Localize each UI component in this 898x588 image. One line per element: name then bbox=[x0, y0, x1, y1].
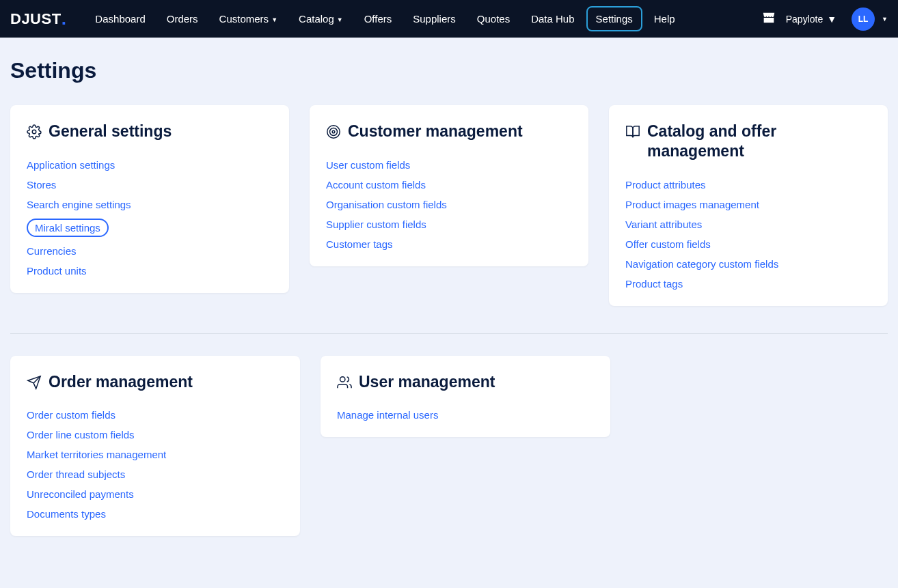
nav-label: Help bbox=[654, 13, 675, 25]
logo-text: DJUST bbox=[10, 10, 62, 28]
nav-label: Offers bbox=[364, 13, 392, 25]
nav-suppliers[interactable]: Suppliers bbox=[403, 6, 465, 31]
nav-help[interactable]: Help bbox=[644, 6, 685, 31]
settings-card-customer-management: Customer managementUser custom fieldsAcc… bbox=[310, 105, 588, 266]
target-icon bbox=[326, 124, 341, 139]
nav-label: Settings bbox=[596, 13, 633, 25]
card-header: General settings bbox=[27, 122, 273, 141]
settings-link-navigation-category-custom-fields[interactable]: Navigation category custom fields bbox=[625, 258, 778, 270]
settings-link-search-engine-settings[interactable]: Search engine settings bbox=[27, 199, 131, 210]
store-icon[interactable] bbox=[761, 10, 776, 28]
nav-label: Orders bbox=[167, 13, 198, 25]
card-title: General settings bbox=[49, 122, 172, 141]
company-name: Papylote bbox=[786, 14, 823, 25]
card-links: Manage internal users bbox=[337, 409, 594, 421]
card-links: User custom fieldsAccount custom fieldsO… bbox=[326, 159, 572, 250]
settings-link-order-custom-fields[interactable]: Order custom fields bbox=[27, 409, 115, 421]
settings-link-order-thread-subjects[interactable]: Order thread subjects bbox=[27, 468, 125, 480]
card-header: Order management bbox=[27, 372, 284, 392]
content: Settings General settingsApplication set… bbox=[0, 38, 898, 584]
settings-card-general-settings: General settingsApplication settingsStor… bbox=[10, 105, 289, 293]
nav-data-hub[interactable]: Data Hub bbox=[521, 6, 584, 31]
settings-link-application-settings[interactable]: Application settings bbox=[27, 159, 115, 171]
settings-link-product-attributes[interactable]: Product attributes bbox=[625, 179, 706, 191]
settings-link-product-tags[interactable]: Product tags bbox=[625, 278, 683, 290]
card-links: Order custom fieldsOrder line custom fie… bbox=[27, 409, 284, 520]
top-nav: DJUST. DashboardOrdersCustomers▼Catalog▼… bbox=[0, 0, 898, 38]
user-menu-toggle[interactable]: ▼ bbox=[882, 16, 888, 23]
svg-point-6 bbox=[340, 376, 345, 381]
settings-link-mirakl-settings[interactable]: Mirakl settings bbox=[27, 219, 109, 237]
avatar-initials: LL bbox=[858, 14, 869, 24]
settings-card-order-management: Order managementOrder custom fieldsOrder… bbox=[10, 356, 300, 537]
svg-point-3 bbox=[332, 130, 335, 133]
settings-link-user-custom-fields[interactable]: User custom fields bbox=[326, 159, 410, 171]
book-icon bbox=[625, 124, 640, 139]
svg-point-0 bbox=[32, 130, 36, 134]
nav-dashboard[interactable]: Dashboard bbox=[85, 6, 154, 31]
card-title: Order management bbox=[49, 372, 193, 392]
users-icon bbox=[337, 375, 352, 390]
settings-link-offer-custom-fields[interactable]: Offer custom fields bbox=[625, 238, 711, 250]
nav-orders[interactable]: Orders bbox=[157, 6, 208, 31]
nav-settings[interactable]: Settings bbox=[586, 6, 642, 31]
nav-label: Data Hub bbox=[531, 13, 574, 25]
nav-quotes[interactable]: Quotes bbox=[467, 6, 519, 31]
chevron-down-icon: ▼ bbox=[337, 16, 343, 23]
settings-link-supplier-custom-fields[interactable]: Supplier custom fields bbox=[326, 219, 426, 230]
card-header: Customer management bbox=[326, 122, 572, 141]
settings-card-catalog-and-offer-management: Catalog and offer managementProduct attr… bbox=[609, 105, 888, 306]
settings-link-documents-types[interactable]: Documents types bbox=[27, 508, 106, 520]
settings-link-product-units[interactable]: Product units bbox=[27, 265, 87, 277]
avatar[interactable]: LL bbox=[852, 8, 875, 31]
settings-link-account-custom-fields[interactable]: Account custom fields bbox=[326, 179, 426, 191]
nav-label: Quotes bbox=[477, 13, 510, 25]
cards-row-2: Order managementOrder custom fieldsOrder… bbox=[10, 356, 888, 537]
nav-label: Suppliers bbox=[413, 13, 456, 25]
card-links: Product attributesProduct images managem… bbox=[625, 179, 871, 290]
settings-link-currencies[interactable]: Currencies bbox=[27, 245, 77, 257]
chevron-down-icon: ▼ bbox=[271, 16, 277, 23]
svg-point-2 bbox=[330, 128, 338, 136]
gear-icon bbox=[27, 124, 42, 139]
settings-link-manage-internal-users[interactable]: Manage internal users bbox=[337, 409, 438, 421]
nav-items: DashboardOrdersCustomers▼Catalog▼OffersS… bbox=[85, 6, 684, 31]
nav-label: Dashboard bbox=[95, 13, 145, 25]
chevron-down-icon: ▼ bbox=[827, 14, 836, 25]
settings-link-market-territories-management[interactable]: Market territories management bbox=[27, 449, 166, 460]
nav-offers[interactable]: Offers bbox=[355, 6, 402, 31]
settings-link-stores[interactable]: Stores bbox=[27, 179, 56, 191]
company-dropdown[interactable]: Papylote ▼ bbox=[780, 14, 842, 25]
settings-link-organisation-custom-fields[interactable]: Organisation custom fields bbox=[326, 199, 447, 210]
nav-customers[interactable]: Customers▼ bbox=[210, 6, 287, 31]
card-title: Customer management bbox=[348, 122, 523, 141]
cards-row-1: General settingsApplication settingsStor… bbox=[10, 105, 888, 306]
section-divider bbox=[10, 333, 888, 334]
send-icon bbox=[27, 375, 42, 390]
nav-label: Catalog bbox=[299, 13, 334, 25]
settings-card-user-management: User managementManage internal users bbox=[321, 356, 610, 438]
settings-link-variant-attributes[interactable]: Variant attributes bbox=[625, 219, 702, 230]
nav-right: Papylote ▼ LL ▼ bbox=[761, 8, 888, 31]
card-links: Application settingsStoresSearch engine … bbox=[27, 159, 273, 277]
card-header: User management bbox=[337, 372, 594, 392]
svg-point-1 bbox=[327, 126, 340, 138]
settings-link-product-images-management[interactable]: Product images management bbox=[625, 199, 759, 210]
logo-dot: . bbox=[62, 8, 67, 29]
card-header: Catalog and offer management bbox=[625, 122, 871, 161]
page-title: Settings bbox=[10, 58, 888, 83]
nav-label: Customers bbox=[219, 13, 269, 25]
card-title: User management bbox=[359, 372, 495, 392]
card-title: Catalog and offer management bbox=[647, 122, 871, 161]
settings-link-unreconciled-payments[interactable]: Unreconciled payments bbox=[27, 488, 134, 500]
settings-link-customer-tags[interactable]: Customer tags bbox=[326, 238, 393, 250]
nav-catalog[interactable]: Catalog▼ bbox=[289, 6, 353, 31]
settings-link-order-line-custom-fields[interactable]: Order line custom fields bbox=[27, 429, 135, 440]
logo[interactable]: DJUST. bbox=[10, 8, 66, 29]
